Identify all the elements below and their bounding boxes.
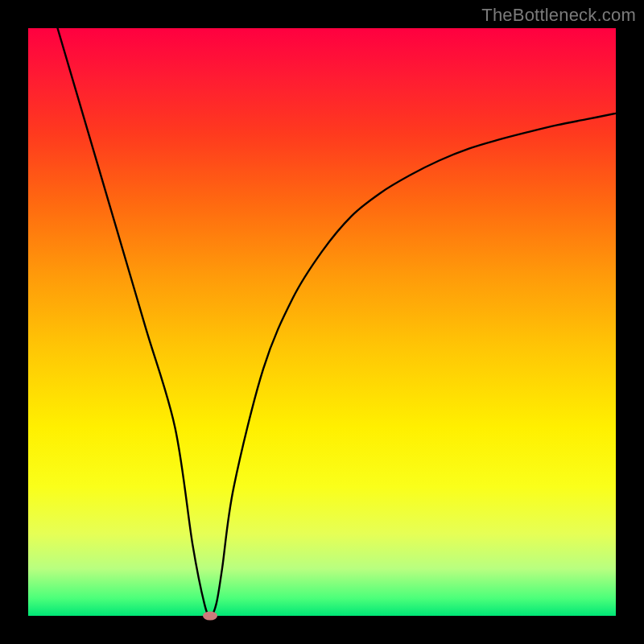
minimum-marker xyxy=(203,612,217,621)
plot-area xyxy=(28,28,616,616)
curve-svg xyxy=(28,28,616,616)
chart-frame: TheBottleneck.com xyxy=(0,0,644,644)
bottleneck-curve xyxy=(58,28,617,616)
watermark-text: TheBottleneck.com xyxy=(481,5,636,26)
